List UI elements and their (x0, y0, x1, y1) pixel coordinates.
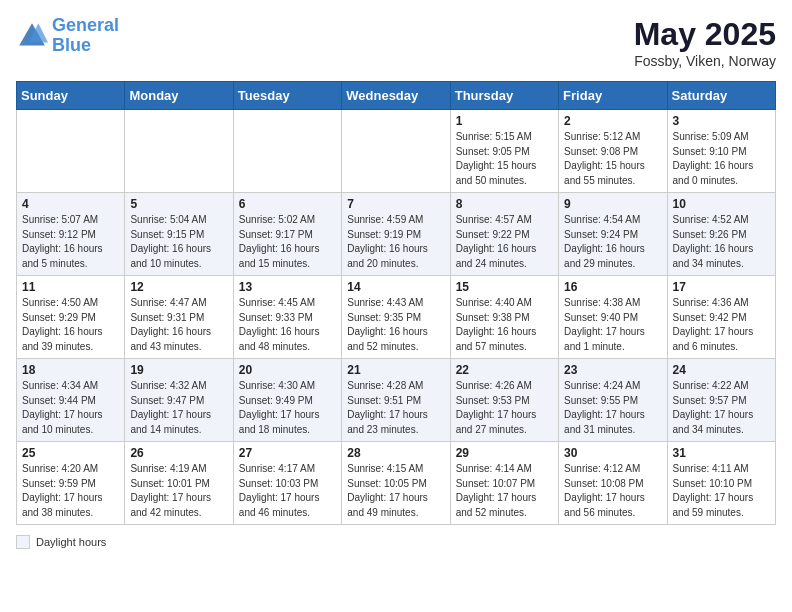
legend-box (16, 535, 30, 549)
day-info: Sunrise: 4:36 AM Sunset: 9:42 PM Dayligh… (673, 296, 770, 354)
calendar-header-monday: Monday (125, 82, 233, 110)
logo-text: General Blue (52, 16, 119, 56)
day-info: Sunrise: 4:45 AM Sunset: 9:33 PM Dayligh… (239, 296, 336, 354)
day-number: 5 (130, 197, 227, 211)
day-info: Sunrise: 4:20 AM Sunset: 9:59 PM Dayligh… (22, 462, 119, 520)
calendar-day-8: 8Sunrise: 4:57 AM Sunset: 9:22 PM Daylig… (450, 193, 558, 276)
day-number: 25 (22, 446, 119, 460)
calendar-day-28: 28Sunrise: 4:15 AM Sunset: 10:05 PM Dayl… (342, 442, 450, 525)
calendar-day-6: 6Sunrise: 5:02 AM Sunset: 9:17 PM Daylig… (233, 193, 341, 276)
day-number: 7 (347, 197, 444, 211)
day-info: Sunrise: 4:34 AM Sunset: 9:44 PM Dayligh… (22, 379, 119, 437)
day-info: Sunrise: 4:40 AM Sunset: 9:38 PM Dayligh… (456, 296, 553, 354)
day-number: 10 (673, 197, 770, 211)
logo-icon (16, 20, 48, 52)
calendar-week-5: 25Sunrise: 4:20 AM Sunset: 9:59 PM Dayli… (17, 442, 776, 525)
day-info: Sunrise: 4:17 AM Sunset: 10:03 PM Daylig… (239, 462, 336, 520)
day-number: 22 (456, 363, 553, 377)
day-number: 13 (239, 280, 336, 294)
calendar-day-7: 7Sunrise: 4:59 AM Sunset: 9:19 PM Daylig… (342, 193, 450, 276)
calendar-empty (233, 110, 341, 193)
day-info: Sunrise: 4:54 AM Sunset: 9:24 PM Dayligh… (564, 213, 661, 271)
calendar-day-11: 11Sunrise: 4:50 AM Sunset: 9:29 PM Dayli… (17, 276, 125, 359)
day-number: 11 (22, 280, 119, 294)
day-info: Sunrise: 4:38 AM Sunset: 9:40 PM Dayligh… (564, 296, 661, 354)
calendar-day-30: 30Sunrise: 4:12 AM Sunset: 10:08 PM Dayl… (559, 442, 667, 525)
month-title: May 2025 (634, 16, 776, 53)
calendar-week-3: 11Sunrise: 4:50 AM Sunset: 9:29 PM Dayli… (17, 276, 776, 359)
day-number: 18 (22, 363, 119, 377)
day-info: Sunrise: 5:02 AM Sunset: 9:17 PM Dayligh… (239, 213, 336, 271)
calendar-header-thursday: Thursday (450, 82, 558, 110)
day-number: 15 (456, 280, 553, 294)
calendar-day-14: 14Sunrise: 4:43 AM Sunset: 9:35 PM Dayli… (342, 276, 450, 359)
day-number: 4 (22, 197, 119, 211)
calendar-week-1: 1Sunrise: 5:15 AM Sunset: 9:05 PM Daylig… (17, 110, 776, 193)
calendar-header-wednesday: Wednesday (342, 82, 450, 110)
day-number: 1 (456, 114, 553, 128)
day-number: 6 (239, 197, 336, 211)
day-info: Sunrise: 4:11 AM Sunset: 10:10 PM Daylig… (673, 462, 770, 520)
logo: General Blue (16, 16, 119, 56)
calendar-day-20: 20Sunrise: 4:30 AM Sunset: 9:49 PM Dayli… (233, 359, 341, 442)
day-number: 19 (130, 363, 227, 377)
calendar-day-1: 1Sunrise: 5:15 AM Sunset: 9:05 PM Daylig… (450, 110, 558, 193)
day-number: 20 (239, 363, 336, 377)
day-number: 3 (673, 114, 770, 128)
day-number: 26 (130, 446, 227, 460)
calendar-day-17: 17Sunrise: 4:36 AM Sunset: 9:42 PM Dayli… (667, 276, 775, 359)
calendar-day-24: 24Sunrise: 4:22 AM Sunset: 9:57 PM Dayli… (667, 359, 775, 442)
day-info: Sunrise: 4:57 AM Sunset: 9:22 PM Dayligh… (456, 213, 553, 271)
calendar-day-21: 21Sunrise: 4:28 AM Sunset: 9:51 PM Dayli… (342, 359, 450, 442)
calendar-week-2: 4Sunrise: 5:07 AM Sunset: 9:12 PM Daylig… (17, 193, 776, 276)
calendar-header-sunday: Sunday (17, 82, 125, 110)
calendar-empty (17, 110, 125, 193)
day-info: Sunrise: 4:47 AM Sunset: 9:31 PM Dayligh… (130, 296, 227, 354)
calendar-day-18: 18Sunrise: 4:34 AM Sunset: 9:44 PM Dayli… (17, 359, 125, 442)
day-number: 9 (564, 197, 661, 211)
day-number: 31 (673, 446, 770, 460)
title-block: May 2025 Fossby, Viken, Norway (634, 16, 776, 69)
calendar-day-5: 5Sunrise: 5:04 AM Sunset: 9:15 PM Daylig… (125, 193, 233, 276)
day-number: 23 (564, 363, 661, 377)
calendar-day-31: 31Sunrise: 4:11 AM Sunset: 10:10 PM Dayl… (667, 442, 775, 525)
calendar-header-row: SundayMondayTuesdayWednesdayThursdayFrid… (17, 82, 776, 110)
day-info: Sunrise: 5:04 AM Sunset: 9:15 PM Dayligh… (130, 213, 227, 271)
calendar-day-27: 27Sunrise: 4:17 AM Sunset: 10:03 PM Dayl… (233, 442, 341, 525)
calendar-day-25: 25Sunrise: 4:20 AM Sunset: 9:59 PM Dayli… (17, 442, 125, 525)
calendar-day-12: 12Sunrise: 4:47 AM Sunset: 9:31 PM Dayli… (125, 276, 233, 359)
legend: Daylight hours (16, 535, 776, 549)
day-info: Sunrise: 4:50 AM Sunset: 9:29 PM Dayligh… (22, 296, 119, 354)
day-info: Sunrise: 4:14 AM Sunset: 10:07 PM Daylig… (456, 462, 553, 520)
calendar-day-13: 13Sunrise: 4:45 AM Sunset: 9:33 PM Dayli… (233, 276, 341, 359)
day-info: Sunrise: 5:15 AM Sunset: 9:05 PM Dayligh… (456, 130, 553, 188)
day-number: 24 (673, 363, 770, 377)
calendar-empty (342, 110, 450, 193)
location: Fossby, Viken, Norway (634, 53, 776, 69)
calendar-header-friday: Friday (559, 82, 667, 110)
day-info: Sunrise: 5:07 AM Sunset: 9:12 PM Dayligh… (22, 213, 119, 271)
day-info: Sunrise: 5:09 AM Sunset: 9:10 PM Dayligh… (673, 130, 770, 188)
day-number: 21 (347, 363, 444, 377)
calendar-day-15: 15Sunrise: 4:40 AM Sunset: 9:38 PM Dayli… (450, 276, 558, 359)
day-number: 16 (564, 280, 661, 294)
day-info: Sunrise: 4:28 AM Sunset: 9:51 PM Dayligh… (347, 379, 444, 437)
day-info: Sunrise: 5:12 AM Sunset: 9:08 PM Dayligh… (564, 130, 661, 188)
day-number: 8 (456, 197, 553, 211)
calendar-day-9: 9Sunrise: 4:54 AM Sunset: 9:24 PM Daylig… (559, 193, 667, 276)
calendar-day-10: 10Sunrise: 4:52 AM Sunset: 9:26 PM Dayli… (667, 193, 775, 276)
day-number: 14 (347, 280, 444, 294)
day-info: Sunrise: 4:32 AM Sunset: 9:47 PM Dayligh… (130, 379, 227, 437)
page-header: General Blue May 2025 Fossby, Viken, Nor… (16, 16, 776, 69)
day-info: Sunrise: 4:59 AM Sunset: 9:19 PM Dayligh… (347, 213, 444, 271)
day-number: 2 (564, 114, 661, 128)
day-info: Sunrise: 4:22 AM Sunset: 9:57 PM Dayligh… (673, 379, 770, 437)
calendar-empty (125, 110, 233, 193)
calendar-day-2: 2Sunrise: 5:12 AM Sunset: 9:08 PM Daylig… (559, 110, 667, 193)
calendar-header-saturday: Saturday (667, 82, 775, 110)
calendar-day-16: 16Sunrise: 4:38 AM Sunset: 9:40 PM Dayli… (559, 276, 667, 359)
day-info: Sunrise: 4:30 AM Sunset: 9:49 PM Dayligh… (239, 379, 336, 437)
calendar-table: SundayMondayTuesdayWednesdayThursdayFrid… (16, 81, 776, 525)
day-info: Sunrise: 4:24 AM Sunset: 9:55 PM Dayligh… (564, 379, 661, 437)
calendar-week-4: 18Sunrise: 4:34 AM Sunset: 9:44 PM Dayli… (17, 359, 776, 442)
